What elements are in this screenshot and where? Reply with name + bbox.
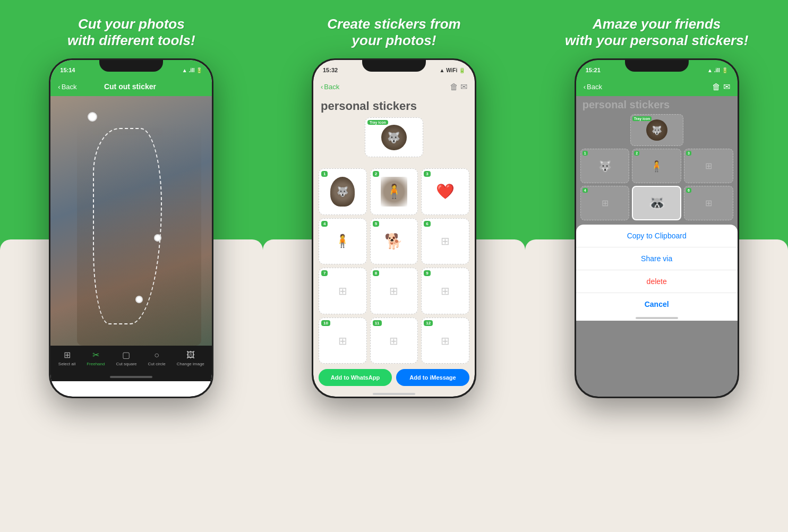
sticker-cell-3-6[interactable]: 6 ⊞ xyxy=(684,186,733,220)
tray-cell-3[interactable]: Tray icon 🐺 xyxy=(630,114,683,146)
tool-label-cut-square: Cut square xyxy=(116,362,136,366)
tool-label-cut-circle: Cut circle xyxy=(148,362,165,366)
tool-label-select-all: Select all xyxy=(58,362,75,366)
change-image-icon: 🖼 xyxy=(186,350,195,360)
tray-row-2: Tray icon 🐺 xyxy=(319,117,469,164)
add-placeholder-12: ⊞ xyxy=(441,334,450,347)
sticker-cell-10[interactable]: 10 ⊞ xyxy=(319,318,367,364)
tool-freehand[interactable]: ✂ Freehand xyxy=(87,350,105,366)
panel-2: Create stickers from your photos! 15:32 … xyxy=(263,0,526,532)
status-icons-1: ▲ .ill 🔋 xyxy=(182,67,203,73)
sticker-cell-2[interactable]: 2 🧍 xyxy=(370,168,418,215)
status-icons-3: ▲ .ill 🔋 xyxy=(707,67,728,73)
nav-bar-1: ‹ Back Cut out sticker xyxy=(50,77,212,96)
toolbar-1: ⊞ Select all ✂ Freehand ▢ Cut square ○ C… xyxy=(50,346,212,373)
status-time-1: 15:14 xyxy=(60,67,75,73)
add-placeholder-11: ⊞ xyxy=(389,334,398,347)
tool-select-all[interactable]: ⊞ Select all xyxy=(58,350,75,366)
tool-label-freehand: Freehand xyxy=(87,362,105,366)
cancel-action[interactable]: Cancel xyxy=(576,293,738,315)
sticker-cell-5[interactable]: 5 🐕 xyxy=(370,218,418,265)
sticker-cell-7[interactable]: 7 ⊞ xyxy=(319,268,367,314)
status-time-3: 15:21 xyxy=(586,67,601,73)
home-bar-1 xyxy=(50,373,212,381)
status-time-2: 15:32 xyxy=(323,67,338,73)
panel-1-title: Cut your photos with different tools! xyxy=(67,16,195,49)
delete-action[interactable]: delete xyxy=(576,270,738,293)
tray-cell-2[interactable]: Tray icon 🐺 xyxy=(365,117,423,157)
sticker-grid-3: Tray icon 🐺 1 🐺 2 🧍 3 xyxy=(576,114,738,220)
sticker-title-2: personal stickers xyxy=(313,96,475,117)
tool-change-image[interactable]: 🖼 Change image xyxy=(177,350,204,366)
sticker-cell-3-1[interactable]: 1 🐺 xyxy=(580,149,630,183)
nav-icons-3: 🗑 ✉ xyxy=(712,82,730,92)
nav-bar-3: ‹ Back 🗑 ✉ xyxy=(576,77,738,96)
sticker-cell-3-5[interactable]: 🦝 xyxy=(632,186,681,220)
tool-cut-circle[interactable]: ○ Cut circle xyxy=(148,350,165,366)
screen1-photo xyxy=(50,96,212,346)
sticker-cell-3[interactable]: 3 ❤️ xyxy=(421,168,469,215)
tray-badge-3: Tray icon xyxy=(632,116,652,121)
notch-2 xyxy=(362,60,426,72)
tray-badge-2: Tray icon xyxy=(367,120,388,125)
sticker-cell-3-2[interactable]: 2 🧍 xyxy=(632,149,681,183)
add-placeholder-6: ⊞ xyxy=(441,235,450,247)
action-sheet: Copy to Clipboard Share via delete Cance… xyxy=(576,225,738,315)
panel-3: Amaze your friends with your personal st… xyxy=(525,0,788,532)
copy-to-clipboard-action[interactable]: Copy to Clipboard xyxy=(576,225,738,247)
nav-title-1: Cut out sticker xyxy=(77,82,184,91)
sticker-cell-9[interactable]: 9 ⊞ xyxy=(421,268,469,314)
sticker-cell-8[interactable]: 8 ⊞ xyxy=(370,268,418,314)
sticker-cell-3-4[interactable]: 4 ⊞ xyxy=(580,186,630,220)
sticker-cell-3-3[interactable]: 3 ⊞ xyxy=(684,149,733,183)
add-placeholder-10: ⊞ xyxy=(338,334,347,347)
sticker-cell-4[interactable]: 4 🧍 xyxy=(319,218,367,265)
sticker-grid-2: Tray icon 🐺 1 🐺 2 🧍 xyxy=(313,117,475,364)
nav-icons-2: 🗑 ✉ xyxy=(450,82,467,92)
add-to-imessage-button[interactable]: Add to iMessage xyxy=(396,369,469,386)
add-placeholder-8: ⊞ xyxy=(389,285,398,297)
cut-circle-icon: ○ xyxy=(154,350,159,360)
tool-cut-square[interactable]: ▢ Cut square xyxy=(116,350,136,366)
phone-frame-3: 15:21 ▲ .ill 🔋 ‹ Back 🗑 ✉ personal stick… xyxy=(575,58,739,398)
sticker-cell-11[interactable]: 11 ⊞ xyxy=(370,318,418,364)
add-to-whatsapp-button[interactable]: Add to WhatsApp xyxy=(319,369,392,386)
add-placeholder-7: ⊞ xyxy=(338,285,347,297)
tool-label-change-image: Change image xyxy=(177,362,204,366)
notch-1 xyxy=(99,60,163,72)
nav-bar-2: ‹ Back 🗑 ✉ xyxy=(313,77,475,96)
tray-row-3: Tray icon 🐺 xyxy=(580,114,733,146)
sticker-cell-6[interactable]: 6 ⊞ xyxy=(421,218,469,265)
sticker-cell-1[interactable]: 1 🐺 xyxy=(319,168,367,215)
panel-3-title: Amaze your friends with your personal st… xyxy=(565,16,748,49)
freehand-icon: ✂ xyxy=(92,350,99,360)
select-all-icon: ⊞ xyxy=(64,350,71,360)
sticker-cell-12[interactable]: 12 ⊞ xyxy=(421,318,469,364)
panel-1: Cut your photos with different tools! 15… xyxy=(0,0,263,532)
cut-square-icon: ▢ xyxy=(122,350,130,360)
nav-back-1[interactable]: ‹ Back xyxy=(58,83,76,91)
nav-back-3[interactable]: ‹ Back xyxy=(584,83,602,91)
nav-back-2[interactable]: ‹ Back xyxy=(321,83,339,91)
sticker-title-3: personal stickers xyxy=(576,96,738,114)
notch-3 xyxy=(625,60,689,72)
panel-2-title: Create stickers from your photos! xyxy=(327,16,460,49)
button-row-2: Add to WhatsApp Add to iMessage xyxy=(313,364,475,391)
status-icons-2: ▲ WiFi 🔋 xyxy=(440,67,465,73)
home-indicator-1 xyxy=(110,376,152,378)
phone-frame-1: 15:14 ▲ .ill 🔋 ‹ Back Cut out sticker xyxy=(49,58,213,398)
share-via-action[interactable]: Share via xyxy=(576,247,738,270)
phone-frame-2: 15:32 ▲ WiFi 🔋 ‹ Back 🗑 ✉ personal stick… xyxy=(312,58,476,398)
add-placeholder-9: ⊞ xyxy=(441,285,450,297)
